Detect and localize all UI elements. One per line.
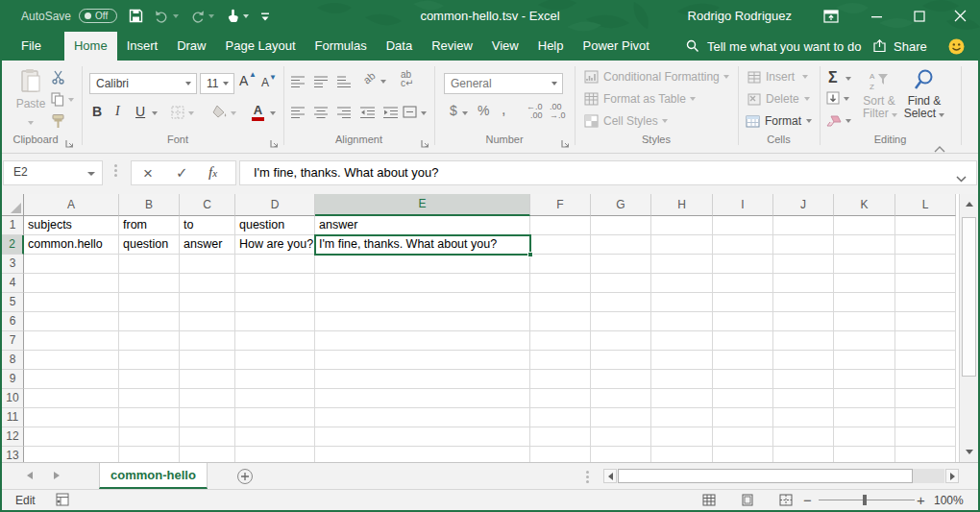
cell-F1[interactable] [530, 216, 591, 235]
decrease-font-button[interactable]: A▼ [261, 76, 269, 89]
cell-K10[interactable] [834, 389, 895, 408]
tab-review[interactable]: Review [422, 32, 482, 61]
cell-D4[interactable] [235, 274, 315, 293]
cell-I11[interactable] [713, 408, 773, 427]
sort-filter-button[interactable]: AZ Sort &Filter [863, 70, 895, 120]
cell-I3[interactable] [713, 255, 773, 274]
row-header-13[interactable]: 13 [2, 447, 24, 462]
sheet-tab-active[interactable]: common-hello [99, 463, 208, 489]
font-size-combo[interactable]: 11 [200, 73, 234, 94]
new-sheet-button[interactable] [237, 469, 253, 484]
cell-J12[interactable] [773, 427, 834, 447]
cell-B3[interactable] [119, 255, 180, 274]
scroll-down-icon[interactable] [966, 450, 973, 454]
row-header-11[interactable]: 11 [2, 408, 24, 427]
tab-help[interactable]: Help [528, 32, 574, 61]
cell-D10[interactable] [235, 389, 315, 408]
font-family-combo[interactable]: Calibri [89, 73, 197, 94]
increase-indent-button[interactable] [383, 105, 398, 122]
cell-H2[interactable] [651, 235, 713, 255]
column-header-I[interactable]: I [713, 194, 773, 216]
fill-handle[interactable] [527, 252, 533, 257]
tabbar-handle[interactable] [586, 471, 589, 485]
cell-D8[interactable] [235, 351, 315, 370]
cell-J13[interactable] [773, 447, 834, 462]
cell-H9[interactable] [651, 370, 713, 389]
cell-C10[interactable] [180, 389, 235, 408]
cell-D12[interactable] [235, 427, 315, 447]
tab-formulas[interactable]: Formulas [306, 32, 377, 61]
cell-K7[interactable] [834, 331, 895, 351]
cell-J4[interactable] [773, 274, 834, 293]
cell-H3[interactable] [651, 255, 713, 274]
enter-button[interactable]: ✓ [176, 164, 188, 182]
row-header-3[interactable]: 3 [2, 255, 24, 274]
row-header-12[interactable]: 12 [2, 427, 24, 447]
sheet-nav-left-icon[interactable] [27, 472, 33, 479]
align-top-button[interactable] [291, 74, 305, 91]
number-format-combo[interactable]: General [444, 73, 563, 94]
cell-H5[interactable] [651, 293, 713, 312]
sheet-nav-right-icon[interactable] [54, 472, 60, 479]
cell-G5[interactable] [591, 293, 651, 312]
align-left-button[interactable] [291, 105, 305, 122]
row-header-4[interactable]: 4 [2, 274, 24, 293]
expand-formula-bar-button[interactable] [956, 169, 967, 186]
column-header-K[interactable]: K [834, 194, 895, 216]
cell-B13[interactable] [119, 447, 180, 462]
zoom-slider-thumb[interactable] [863, 495, 867, 505]
cell-A10[interactable] [24, 389, 119, 408]
cell-E7[interactable] [315, 331, 530, 351]
cell-G4[interactable] [591, 274, 651, 293]
row-header-5[interactable]: 5 [2, 293, 24, 312]
column-header-J[interactable]: J [773, 194, 834, 216]
cell-A1[interactable]: subjects [24, 216, 119, 235]
underline-button[interactable]: U [135, 104, 145, 119]
cell-F4[interactable] [530, 274, 591, 293]
row-header-7[interactable]: 7 [2, 331, 24, 351]
cell-D3[interactable] [235, 255, 315, 274]
cell-H4[interactable] [651, 274, 713, 293]
cell-K8[interactable] [834, 351, 895, 370]
tab-file[interactable]: File [10, 32, 53, 61]
cell-F10[interactable] [530, 389, 591, 408]
cell-L12[interactable] [895, 427, 956, 447]
cell-K3[interactable] [834, 255, 895, 274]
cell-J9[interactable] [773, 370, 834, 389]
cell-K1[interactable] [834, 216, 895, 235]
cell-F8[interactable] [530, 351, 591, 370]
cell-A7[interactable] [24, 331, 119, 351]
cell-J7[interactable] [773, 331, 834, 351]
cell-H10[interactable] [651, 389, 713, 408]
row-header-9[interactable]: 9 [2, 370, 24, 389]
cell-D1[interactable]: question [235, 216, 315, 235]
cell-B11[interactable] [119, 408, 180, 427]
cell-E10[interactable] [315, 389, 530, 408]
share-button[interactable]: Share [872, 32, 927, 61]
horizontal-scroll-thumb[interactable] [618, 469, 913, 483]
cell-C8[interactable] [180, 351, 235, 370]
paste-button[interactable]: Paste [10, 68, 52, 129]
cell-D2[interactable]: How are you? [235, 235, 315, 255]
row-header-1[interactable]: 1 [2, 216, 24, 235]
decrease-indent-button[interactable] [360, 105, 375, 122]
row-header-10[interactable]: 10 [2, 389, 24, 408]
cell-J2[interactable] [773, 235, 834, 255]
tab-insert[interactable]: Insert [117, 32, 168, 61]
hscroll-right-button[interactable] [945, 469, 959, 483]
conditional-formatting-button[interactable]: Conditional Formatting [584, 70, 729, 84]
cell-K4[interactable] [834, 274, 895, 293]
cell-C2[interactable]: answer [180, 235, 235, 255]
column-header-F[interactable]: F [530, 194, 591, 216]
tab-home[interactable]: Home [64, 32, 117, 61]
formula-bar-handle[interactable] [114, 164, 117, 179]
cell-L7[interactable] [895, 331, 956, 351]
cell-A12[interactable] [24, 427, 119, 447]
cell-G8[interactable] [591, 351, 651, 370]
cell-J8[interactable] [773, 351, 834, 370]
wrap-text-button[interactable]: abc↵ [401, 70, 413, 87]
cell-B8[interactable] [119, 351, 180, 370]
borders-button[interactable] [171, 106, 184, 123]
cell-K2[interactable] [834, 235, 895, 255]
cell-L11[interactable] [895, 408, 956, 427]
